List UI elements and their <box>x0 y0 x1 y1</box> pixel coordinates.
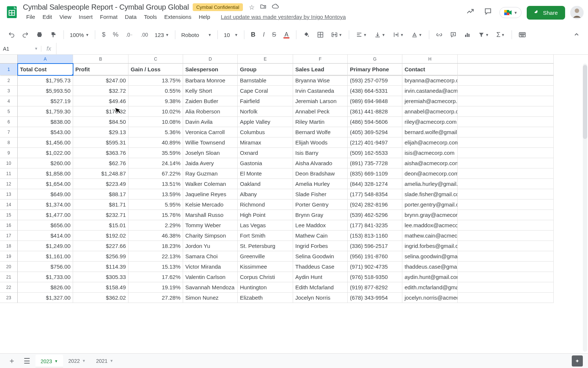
currency-icon[interactable]: $ <box>99 29 108 41</box>
data-cell[interactable]: Jaqueline Reyes <box>183 189 238 200</box>
select-all-cell[interactable] <box>0 55 18 64</box>
col-header[interactable]: H <box>402 55 458 64</box>
data-cell[interactable] <box>458 158 554 168</box>
comments-icon[interactable] <box>482 5 494 20</box>
account-avatar[interactable] <box>570 6 584 19</box>
data-cell[interactable]: (976) 518-9350 <box>348 272 402 282</box>
data-cell[interactable]: Ray Guzman <box>183 168 238 179</box>
data-cell[interactable]: (919) 877-8292 <box>348 282 402 293</box>
data-cell[interactable]: $62.76 <box>73 158 128 168</box>
data-cell[interactable] <box>458 293 554 303</box>
data-cell[interactable]: $1,161.00 <box>18 251 73 262</box>
data-cell[interactable] <box>458 189 554 200</box>
data-cell[interactable]: 40.89% <box>128 137 183 148</box>
data-cell[interactable]: (989) 694-9848 <box>348 96 402 106</box>
data-cell[interactable]: Elijah Woods <box>293 137 348 148</box>
data-cell[interactable]: $363.76 <box>73 148 128 158</box>
data-cell[interactable]: jeremiah@acmecorp.com <box>402 96 458 106</box>
row-header[interactable]: 13 <box>0 189 18 200</box>
explore-button[interactable]: ✦ <box>572 355 583 367</box>
data-cell[interactable]: Jeremiah Larson <box>293 96 348 106</box>
paint-format-icon[interactable] <box>47 29 60 40</box>
data-cell[interactable] <box>458 168 554 179</box>
zoom-select[interactable]: 100%▼ <box>68 30 91 40</box>
data-cell[interactable]: $756.00 <box>18 262 73 272</box>
data-cell[interactable]: $1,327.00 <box>18 293 73 303</box>
insert-comment-icon[interactable] <box>447 29 460 40</box>
data-cell[interactable] <box>458 262 554 272</box>
data-cell[interactable]: Selina Goodwin <box>293 251 348 262</box>
data-cell[interactable]: Aydin Hunt <box>293 272 348 282</box>
data-cell[interactable]: brynn.gray@acmecorp.com <box>402 210 458 220</box>
data-cell[interactable]: Amelia Hurley <box>293 179 348 189</box>
data-cell[interactable]: 67.22% <box>128 168 183 179</box>
data-cell[interactable]: (361) 441-8828 <box>348 106 402 117</box>
data-cell[interactable] <box>458 127 554 137</box>
data-cell[interactable]: (212) 401-9497 <box>348 137 402 148</box>
data-cell[interactable] <box>458 272 554 282</box>
menu-tools[interactable]: Tools <box>141 12 160 21</box>
data-cell[interactable]: Fairfield <box>238 96 293 106</box>
data-cell[interactable]: $649.00 <box>18 189 73 200</box>
data-cell[interactable]: porter.gentry@gmail.com <box>402 200 458 210</box>
data-cell[interactable]: Jordon Yu <box>183 241 238 251</box>
data-cell[interactable]: 9.38% <box>128 96 183 106</box>
data-cell[interactable] <box>458 96 554 106</box>
data-cell[interactable]: bernard.wolfe@gmail.com <box>402 127 458 137</box>
data-cell[interactable]: $527.19 <box>18 96 73 106</box>
col-header[interactable]: A <box>18 55 73 64</box>
data-cell[interactable] <box>458 220 554 231</box>
data-cell[interactable]: Veronica Carroll <box>183 127 238 137</box>
data-cell[interactable]: ingrid.forbes@gmail.com <box>402 241 458 251</box>
data-cell[interactable]: Irvin Castaneda <box>293 86 348 96</box>
redo-icon[interactable] <box>19 29 32 40</box>
data-cell[interactable]: $15.01 <box>73 220 128 231</box>
data-cell[interactable]: 2.29% <box>128 220 183 231</box>
col-header[interactable]: F <box>293 55 348 64</box>
row-header[interactable]: 2 <box>0 75 18 86</box>
row-header[interactable]: 12 <box>0 179 18 189</box>
data-cell[interactable]: elijah@acmecorp.com <box>402 137 458 148</box>
data-cell[interactable]: Alia Roberson <box>183 106 238 117</box>
row-header[interactable]: 22 <box>0 282 18 293</box>
functions-icon[interactable]: Σ▼ <box>494 29 508 41</box>
data-cell[interactable]: thaddeus.case@gmail.com <box>402 262 458 272</box>
data-cell[interactable]: Albany <box>238 189 293 200</box>
data-cell[interactable]: isis@acmecorp.com <box>402 148 458 158</box>
data-cell[interactable] <box>458 241 554 251</box>
data-cell[interactable]: Cape Coral <box>238 86 293 96</box>
data-cell[interactable]: Annabel Peck <box>293 106 348 117</box>
data-cell[interactable]: Marshall Russo <box>183 210 238 220</box>
data-cell[interactable] <box>458 231 554 241</box>
data-cell[interactable]: $362.02 <box>73 293 128 303</box>
data-cell[interactable]: $5,993.50 <box>18 86 73 96</box>
data-cell[interactable]: Apple Valley <box>238 117 293 127</box>
row-header[interactable]: 23 <box>0 293 18 303</box>
data-cell[interactable]: (971) 902-4735 <box>348 262 402 272</box>
row-header[interactable]: 6 <box>0 117 18 127</box>
data-cell[interactable]: $223.49 <box>73 179 128 189</box>
insert-link-icon[interactable] <box>433 29 446 40</box>
data-cell[interactable]: $305.33 <box>73 272 128 282</box>
fill-color-button[interactable] <box>300 29 313 40</box>
data-cell[interactable]: $1,477.00 <box>18 210 73 220</box>
header-cell[interactable]: Profit <box>73 64 128 75</box>
col-header[interactable]: G <box>348 55 402 64</box>
data-cell[interactable]: Fort Smith <box>238 231 293 241</box>
italic-button[interactable]: I <box>260 29 268 41</box>
format-123-select[interactable]: 123▼ <box>152 30 171 40</box>
data-cell[interactable]: $256.99 <box>73 251 128 262</box>
header-cell[interactable]: Sales Lead <box>293 64 348 75</box>
sheet-tab[interactable]: 2022▼ <box>63 355 91 367</box>
data-cell[interactable]: $81.71 <box>73 200 128 210</box>
header-cell[interactable]: Total Cost <box>18 64 73 75</box>
data-cell[interactable]: (924) 282-8196 <box>348 200 402 210</box>
v-align-button[interactable]: ▼ <box>371 29 388 40</box>
data-cell[interactable]: Kelsie Mercado <box>183 200 238 210</box>
header-cell[interactable]: Group <box>238 64 293 75</box>
data-cell[interactable]: Jocelyn Norris <box>293 293 348 303</box>
data-cell[interactable]: (835) 669-1109 <box>348 168 402 179</box>
data-cell[interactable] <box>458 148 554 158</box>
sheets-logo[interactable] <box>4 4 19 19</box>
data-cell[interactable]: $1,759.30 <box>18 106 73 117</box>
